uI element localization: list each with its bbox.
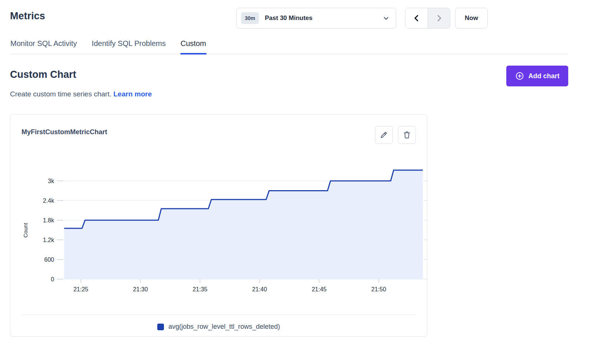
x-tick-label: 21:25: [73, 286, 88, 292]
y-tick-label: 2.4k: [43, 198, 55, 204]
tab-bar: Monitor SQL Activity Identify SQL Proble…: [10, 37, 569, 54]
x-tick-label: 21:30: [133, 286, 148, 292]
delete-chart-button[interactable]: [398, 126, 416, 144]
y-tick-label: 3k: [48, 178, 55, 184]
section-subtitle-text: Create custom time series chart.: [10, 90, 111, 98]
y-tick-label: 600: [44, 257, 54, 263]
x-tick-label: 21:50: [371, 286, 386, 292]
series-area: [64, 170, 423, 279]
time-range-badge: 30m: [241, 12, 259, 24]
y-tick-label: 1.8k: [43, 217, 55, 224]
chart-card-title: MyFirstCustomMetricChart: [22, 128, 107, 136]
tab-monitor-sql-activity[interactable]: Monitor SQL Activity: [10, 37, 77, 54]
y-tick-label: 1.2k: [43, 237, 55, 243]
chevron-right-icon: [435, 14, 443, 22]
section-title: Custom Chart: [10, 69, 76, 80]
pencil-icon: [379, 130, 388, 139]
add-chart-button[interactable]: Add chart: [506, 66, 568, 86]
time-range-label: Past 30 Minutes: [265, 14, 383, 22]
add-chart-label: Add chart: [528, 72, 559, 80]
page-title: Metrics: [10, 10, 45, 22]
x-tick-label: 21:35: [193, 286, 207, 292]
plus-circle-icon: [515, 71, 524, 81]
tab-identify-sql-problems[interactable]: Identify SQL Problems: [91, 37, 166, 54]
x-tick-label: 21:40: [252, 286, 267, 292]
card-divider: [22, 314, 416, 315]
time-series-svg: 06001.2k1.8k2.4k3k21:2521:3021:3521:4021…: [10, 152, 428, 300]
trash-icon: [402, 130, 411, 139]
chart-card-actions: [375, 126, 416, 144]
section-subtitle: Create custom time series chart. Learn m…: [10, 90, 152, 98]
metrics-page: Metrics 30m Past 30 Minutes Now Monitor …: [0, 0, 612, 364]
now-button[interactable]: Now: [455, 8, 488, 29]
y-tick-label: 0: [51, 276, 54, 282]
x-tick-label: 21:45: [312, 286, 326, 292]
learn-more-link[interactable]: Learn more: [113, 90, 152, 98]
chart-card: MyFirstCustomMetricChart 06001.2k1.8k2.4…: [10, 114, 427, 337]
legend-label: avg(jobs_row_level_ttl_rows_deleted): [168, 323, 280, 331]
time-prev-button[interactable]: [405, 8, 428, 28]
chart-legend: avg(jobs_row_level_ttl_rows_deleted): [10, 323, 427, 331]
time-next-button[interactable]: [428, 8, 450, 28]
y-axis-title: Count: [22, 222, 29, 238]
edit-chart-button[interactable]: [375, 126, 393, 144]
time-pager: [405, 8, 450, 29]
tab-custom[interactable]: Custom: [180, 37, 207, 54]
chevron-down-icon: [383, 15, 389, 21]
legend-swatch: [157, 324, 164, 330]
custom-chart-plot[interactable]: 06001.2k1.8k2.4k3k21:2521:3021:3521:4021…: [10, 152, 428, 300]
chevron-left-icon: [413, 14, 420, 22]
time-range-picker[interactable]: 30m Past 30 Minutes: [236, 8, 396, 29]
